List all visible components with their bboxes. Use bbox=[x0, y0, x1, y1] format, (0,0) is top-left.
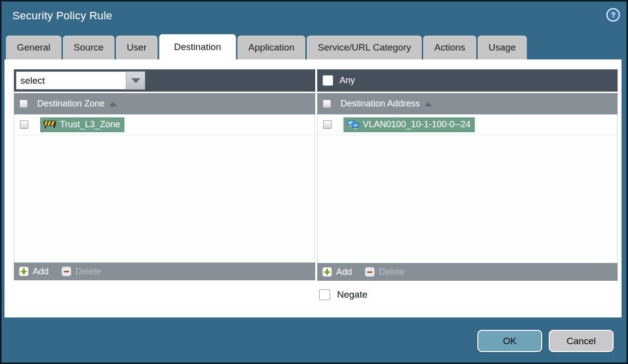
negate-row: Negate bbox=[319, 289, 367, 300]
address-list: VLAN0100_10-1-100-0--24 bbox=[317, 114, 618, 263]
address-add-label: Add bbox=[336, 267, 352, 277]
tab-source[interactable]: Source bbox=[63, 36, 114, 59]
any-label: Any bbox=[340, 75, 355, 86]
dialog-title: Security Policy Rule bbox=[12, 9, 113, 22]
minus-icon bbox=[365, 267, 375, 277]
zone-item-label: Trust_L3_Zone bbox=[60, 119, 120, 130]
plus-icon bbox=[322, 267, 332, 277]
address-add-button[interactable]: Add bbox=[322, 267, 352, 277]
address-item-vlan0100[interactable]: VLAN0100_10-1-100-0--24 bbox=[343, 117, 475, 132]
destination-zone-panel: Destination Zone T bbox=[14, 69, 315, 280]
destination-address-panel: Any Destination Address bbox=[317, 69, 618, 281]
tab-usage[interactable]: Usage bbox=[478, 36, 527, 59]
zone-delete-label: Delete bbox=[75, 266, 101, 277]
zone-footer: Add Delete bbox=[14, 262, 315, 280]
zone-delete-button[interactable]: Delete bbox=[61, 266, 101, 277]
zone-select-combo bbox=[16, 71, 145, 90]
negate-label: Negate bbox=[337, 289, 367, 300]
any-row: Any bbox=[319, 75, 355, 86]
plus-icon bbox=[19, 266, 29, 276]
zone-icon bbox=[44, 120, 57, 129]
zone-select-all-checkbox[interactable] bbox=[19, 100, 28, 108]
zone-item-trust-l3-zone[interactable]: Trust_L3_Zone bbox=[40, 117, 124, 132]
negate-checkbox[interactable] bbox=[319, 289, 330, 300]
zone-add-button[interactable]: Add bbox=[19, 266, 49, 277]
zone-column-label[interactable]: Destination Zone bbox=[37, 99, 105, 109]
zone-select-dropdown-button[interactable] bbox=[126, 71, 145, 90]
tab-content-destination: Destination Zone T bbox=[4, 59, 622, 317]
address-delete-button[interactable]: Delete bbox=[365, 267, 404, 277]
any-checkbox[interactable] bbox=[323, 75, 333, 86]
zone-toolbar bbox=[14, 69, 315, 92]
table-row: Trust_L3_Zone bbox=[14, 114, 315, 135]
tab-application[interactable]: Application bbox=[237, 36, 305, 59]
address-item-label: VLAN0100_10-1-100-0--24 bbox=[363, 119, 470, 130]
tab-bar: General Source User Destination Applicat… bbox=[6, 34, 527, 59]
help-icon[interactable]: ? bbox=[606, 8, 620, 22]
sort-ascending-icon[interactable] bbox=[424, 102, 432, 106]
chevron-down-icon bbox=[131, 78, 140, 83]
ok-button[interactable]: OK bbox=[477, 330, 542, 352]
tab-service-url-category[interactable]: Service/URL Category bbox=[307, 36, 422, 59]
network-icon bbox=[347, 120, 359, 129]
security-policy-rule-dialog: Security Policy Rule ? General Source Us… bbox=[0, 0, 628, 364]
address-column-header: Destination Address bbox=[317, 93, 618, 114]
minus-icon bbox=[61, 266, 71, 276]
tab-destination[interactable]: Destination bbox=[159, 34, 236, 59]
zone-add-label: Add bbox=[33, 266, 49, 277]
zone-list: Trust_L3_Zone bbox=[14, 114, 315, 262]
tab-actions[interactable]: Actions bbox=[423, 36, 476, 59]
zone-column-header: Destination Zone bbox=[14, 93, 315, 114]
tab-general[interactable]: General bbox=[6, 36, 61, 59]
address-column-label[interactable]: Destination Address bbox=[341, 99, 420, 109]
sort-ascending-icon[interactable] bbox=[109, 102, 117, 106]
zone-select-input[interactable] bbox=[16, 71, 126, 90]
address-toolbar: Any bbox=[317, 69, 618, 92]
address-select-all-checkbox[interactable] bbox=[323, 100, 331, 108]
address-footer: Add Delete bbox=[317, 263, 618, 281]
zone-row-checkbox[interactable] bbox=[20, 120, 28, 129]
tab-user[interactable]: User bbox=[116, 36, 158, 59]
address-row-checkbox[interactable] bbox=[323, 120, 332, 129]
cancel-button[interactable]: Cancel bbox=[549, 330, 614, 352]
address-delete-label: Delete bbox=[379, 267, 404, 277]
table-row: VLAN0100_10-1-100-0--24 bbox=[318, 114, 617, 135]
